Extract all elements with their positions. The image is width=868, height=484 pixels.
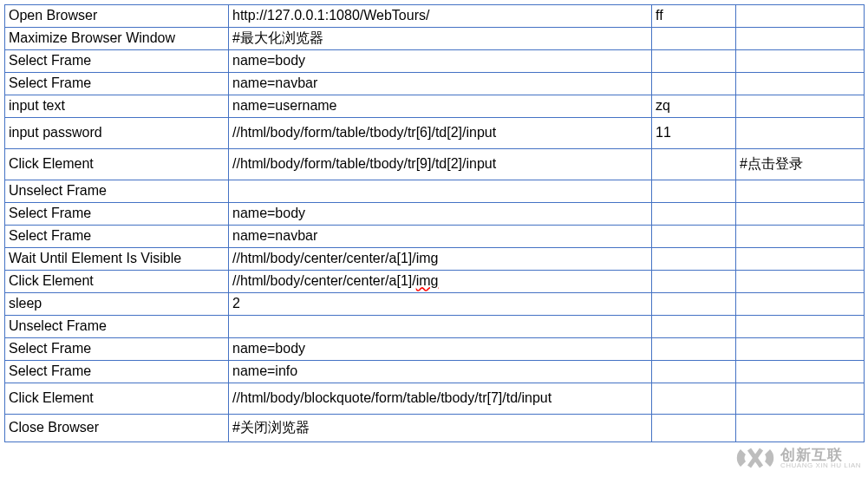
locator-cell: //html/body/form/table/tbody/tr[9]/td[2]… (229, 149, 652, 180)
comment-cell (736, 383, 865, 415)
logo-mark-icon (734, 442, 777, 474)
comment-cell (736, 5, 865, 28)
value-cell (652, 361, 736, 383)
locator-cell: name=navbar (229, 73, 652, 95)
locator-cell: //html/body/form/table/tbody/tr[6]/td[2]… (229, 118, 652, 149)
keyword-cell: Select Frame (5, 73, 229, 95)
value-cell (652, 415, 736, 442)
keyword-cell: sleep (5, 293, 229, 316)
table-row: Unselect Frame (5, 180, 865, 203)
value-cell (652, 316, 736, 338)
keyword-test-table: Open Browserhttp://127.0.0.1:1080/WebTou… (4, 4, 865, 442)
keyword-cell: Select Frame (5, 226, 229, 248)
locator-cell: name=body (229, 338, 652, 361)
value-cell (652, 383, 736, 415)
comment-cell (736, 338, 865, 361)
keyword-cell: Open Browser (5, 5, 229, 28)
locator-cell: #关闭浏览器 (229, 415, 652, 442)
keyword-cell: Wait Until Element Is Visible (5, 248, 229, 271)
table-row: Click Element//html/body/center/center/a… (5, 271, 865, 293)
comment-cell (736, 293, 865, 316)
keyword-cell: Click Element (5, 271, 229, 293)
locator-cell: name=body (229, 203, 652, 226)
keyword-cell: Click Element (5, 383, 229, 415)
keyword-cell: Maximize Browser Window (5, 28, 229, 50)
value-cell (652, 149, 736, 180)
keyword-cell: Unselect Frame (5, 180, 229, 203)
table-row: Open Browserhttp://127.0.0.1:1080/WebTou… (5, 5, 865, 28)
locator-cell: http://127.0.0.1:1080/WebTours/ (229, 5, 652, 28)
keyword-cell: Select Frame (5, 203, 229, 226)
keyword-cell: input password (5, 118, 229, 149)
locator-cell: #最大化浏览器 (229, 28, 652, 50)
logo-text-cn: 创新互联 (780, 448, 861, 462)
comment-cell (736, 73, 865, 95)
value-cell (652, 180, 736, 203)
comment-cell (736, 226, 865, 248)
comment-cell (736, 50, 865, 73)
value-cell: zq (652, 95, 736, 118)
table-row: input textname=usernamezq (5, 95, 865, 118)
value-cell (652, 28, 736, 50)
table-row: Select Framename=body (5, 50, 865, 73)
locator-cell: //html/body/blockquote/form/table/tbody/… (229, 383, 652, 415)
locator-cell: name=username (229, 95, 652, 118)
value-cell (652, 226, 736, 248)
locator-cell (229, 316, 652, 338)
table-row: Select Framename=info (5, 361, 865, 383)
keyword-cell: Select Frame (5, 361, 229, 383)
table-row: Click Element//html/body/form/table/tbod… (5, 149, 865, 180)
value-cell (652, 73, 736, 95)
watermark-logo: 创新互联 CHUANG XIN HU LIAN (734, 442, 861, 474)
locator-cell: //html/body/center/center/a[1]/img (229, 248, 652, 271)
table-row: Select Framename=navbar (5, 73, 865, 95)
value-cell (652, 203, 736, 226)
comment-cell (736, 28, 865, 50)
table-row: Unselect Frame (5, 316, 865, 338)
keyword-cell: Unselect Frame (5, 316, 229, 338)
comment-cell (736, 203, 865, 226)
locator-cell: //html/body/center/center/a[1]/img (229, 271, 652, 293)
table-row: sleep2 (5, 293, 865, 316)
comment-cell (736, 415, 865, 442)
keyword-cell: Click Element (5, 149, 229, 180)
value-cell: 11 (652, 118, 736, 149)
table-row: Select Framename=body (5, 338, 865, 361)
locator-cell: name=body (229, 50, 652, 73)
table-row: Click Element//html/body/blockquote/form… (5, 383, 865, 415)
table-row: Maximize Browser Window#最大化浏览器 (5, 28, 865, 50)
table-row: input password//html/body/form/table/tbo… (5, 118, 865, 149)
value-cell (652, 293, 736, 316)
value-cell (652, 271, 736, 293)
comment-cell (736, 271, 865, 293)
comment-cell (736, 95, 865, 118)
comment-cell (736, 361, 865, 383)
comment-cell (736, 180, 865, 203)
table-row: Select Framename=navbar (5, 226, 865, 248)
value-cell (652, 50, 736, 73)
comment-cell (736, 118, 865, 149)
value-cell (652, 248, 736, 271)
keyword-cell: Select Frame (5, 338, 229, 361)
locator-cell: name=info (229, 361, 652, 383)
keyword-cell: Close Browser (5, 415, 229, 442)
table-row: Wait Until Element Is Visible//html/body… (5, 248, 865, 271)
comment-cell (736, 248, 865, 271)
locator-cell (229, 180, 652, 203)
table-row: Close Browser#关闭浏览器 (5, 415, 865, 442)
comment-cell: #点击登录 (736, 149, 865, 180)
logo-text-en: CHUANG XIN HU LIAN (780, 462, 861, 469)
value-cell (652, 338, 736, 361)
keyword-cell: Select Frame (5, 50, 229, 73)
table-row: Select Framename=body (5, 203, 865, 226)
comment-cell (736, 316, 865, 338)
keyword-cell: input text (5, 95, 229, 118)
value-cell: ff (652, 5, 736, 28)
locator-cell: name=navbar (229, 226, 652, 248)
locator-cell: 2 (229, 293, 652, 316)
